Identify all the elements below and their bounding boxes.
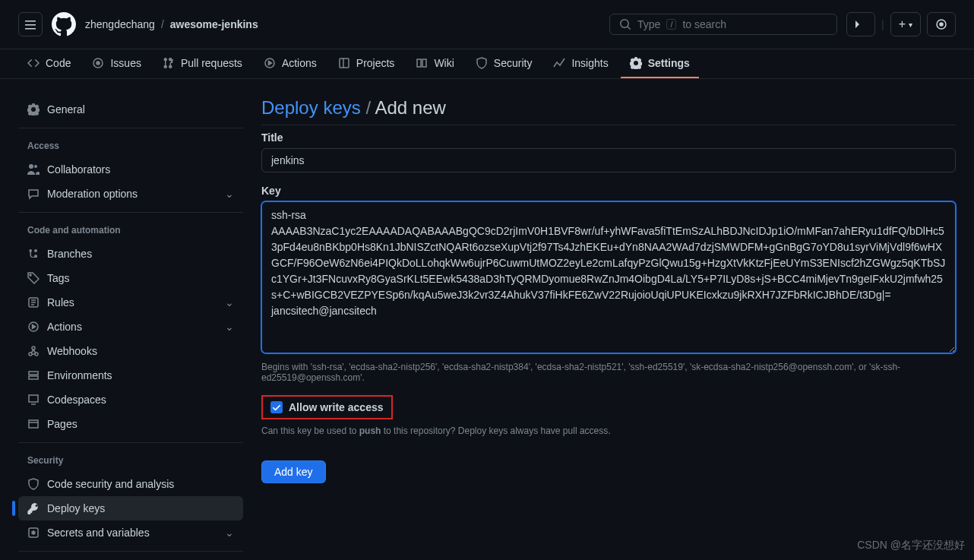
sidebar-branches[interactable]: Branches — [18, 242, 243, 266]
menu-button[interactable] — [18, 12, 43, 36]
chevron-down-icon: ⌄ — [225, 527, 234, 539]
nav-issues[interactable]: Issues — [83, 49, 150, 78]
search-placeholder-pre: Type — [637, 18, 660, 30]
sidebar-actions[interactable]: Actions⌄ — [18, 315, 243, 339]
tag-icon — [27, 272, 40, 284]
svg-rect-14 — [29, 376, 38, 379]
sidebar-environments[interactable]: Environments — [18, 363, 243, 388]
watermark: CSDN @名字还没想好 — [857, 539, 965, 552]
create-new-button[interactable]: + ▾ — [890, 12, 921, 36]
search-input[interactable]: Type / to search — [609, 14, 837, 35]
branch-icon — [27, 248, 40, 260]
nav-label: Wiki — [434, 57, 454, 69]
sidebar-section-access: Access — [18, 134, 243, 157]
add-key-button[interactable]: Add key — [261, 460, 326, 483]
nav-code[interactable]: Code — [18, 49, 80, 78]
svg-point-12 — [32, 346, 35, 350]
sidebar-label: General — [47, 103, 85, 115]
shield-icon — [476, 57, 488, 69]
title-sep: / — [365, 97, 371, 118]
code-icon — [27, 57, 40, 69]
svg-point-1 — [940, 23, 943, 26]
comment-icon — [27, 188, 40, 200]
play-icon — [27, 321, 40, 333]
allow-write-checkbox-row[interactable]: Allow write access — [261, 395, 393, 419]
nav-label: Projects — [356, 57, 395, 69]
sidebar-code-security[interactable]: Code security and analysis — [18, 472, 243, 496]
slash-key: / — [666, 19, 676, 30]
shield-icon — [27, 478, 40, 490]
sidebar-label: Deploy keys — [47, 502, 105, 514]
title-action: Add new — [375, 97, 445, 118]
sidebar-collaborators[interactable]: Collaborators — [18, 157, 243, 182]
people-icon — [27, 163, 40, 176]
sidebar-pages[interactable]: Pages — [18, 412, 243, 436]
sidebar-label: Branches — [47, 248, 92, 260]
nav-label: Code — [46, 57, 71, 69]
title-label: Title — [261, 131, 956, 144]
gear-icon — [630, 57, 642, 69]
sidebar-rules[interactable]: Rules⌄ — [18, 290, 243, 315]
command-palette-button[interactable] — [846, 12, 875, 36]
issues-tray-button[interactable] — [927, 12, 956, 36]
key-textarea[interactable] — [261, 201, 956, 353]
chevron-down-icon: ⌄ — [225, 188, 234, 200]
search-placeholder-post: to search — [682, 18, 726, 30]
title-input[interactable] — [261, 148, 956, 172]
nav-insights[interactable]: Insights — [544, 49, 617, 78]
github-logo-icon[interactable] — [52, 12, 76, 36]
sidebar-section-security: Security — [18, 449, 243, 472]
svg-rect-5 — [340, 59, 349, 68]
chevron-down-icon: ⌄ — [225, 321, 234, 333]
sidebar-moderation[interactable]: Moderation options⌄ — [18, 182, 243, 206]
nav-label: Security — [494, 57, 533, 69]
rules-icon — [27, 296, 40, 308]
plus-icon: + — [899, 17, 906, 31]
issue-icon — [92, 57, 104, 69]
key-note: Begins with 'ssh-rsa', 'ecdsa-sha2-nistp… — [261, 362, 956, 383]
gear-icon — [27, 103, 40, 115]
sidebar-label: Pages — [47, 418, 77, 430]
sidebar-webhooks[interactable]: Webhooks — [18, 339, 243, 363]
breadcrumb: zhengdechang / awesome-jenkins — [85, 18, 600, 30]
allow-write-note: Can this key be used to push to this rep… — [261, 426, 956, 436]
sidebar-codespaces[interactable]: Codespaces — [18, 388, 243, 412]
nav-label: Settings — [648, 57, 690, 69]
nav-pull-requests[interactable]: Pull requests — [153, 49, 251, 78]
codespaces-icon — [27, 394, 40, 406]
nav-label: Pull requests — [181, 57, 242, 69]
server-icon — [27, 369, 40, 381]
circle-dot-icon — [935, 18, 947, 30]
sidebar-label: Collaborators — [47, 163, 110, 176]
sidebar-deploy-keys[interactable]: Deploy keys — [18, 496, 243, 520]
nav-security[interactable]: Security — [466, 49, 542, 78]
sidebar-label: Code security and analysis — [47, 478, 174, 490]
sidebar-label: Environments — [47, 369, 112, 381]
pr-icon — [163, 57, 175, 69]
svg-point-7 — [30, 274, 31, 276]
nav-actions[interactable]: Actions — [255, 49, 326, 78]
deploy-keys-link[interactable]: Deploy keys — [261, 97, 361, 118]
browser-icon — [27, 418, 40, 430]
chevron-down-icon: ▾ — [909, 21, 912, 29]
hamburger-icon — [24, 18, 36, 30]
breadcrumb-sep: / — [161, 18, 164, 30]
sidebar-section-code: Code and automation — [18, 219, 243, 242]
svg-rect-15 — [29, 395, 38, 402]
repo-link[interactable]: awesome-jenkins — [170, 18, 258, 30]
sidebar-tags[interactable]: Tags — [18, 266, 243, 290]
allow-write-checkbox[interactable] — [270, 401, 283, 413]
sidebar-general[interactable]: General — [18, 97, 243, 122]
nav-label: Issues — [110, 57, 141, 69]
nav-label: Actions — [282, 57, 317, 69]
allow-write-label: Allow write access — [289, 401, 384, 413]
svg-rect-16 — [29, 420, 38, 428]
nav-wiki[interactable]: Wiki — [406, 49, 463, 78]
nav-projects[interactable]: Projects — [329, 49, 404, 78]
sidebar-label: Moderation options — [47, 188, 138, 200]
owner-link[interactable]: zhengdechang — [85, 18, 155, 30]
sidebar-label: Tags — [47, 272, 70, 284]
sidebar-secrets[interactable]: Secrets and variables⌄ — [18, 520, 243, 545]
check-icon — [272, 403, 281, 412]
nav-settings[interactable]: Settings — [621, 49, 699, 78]
